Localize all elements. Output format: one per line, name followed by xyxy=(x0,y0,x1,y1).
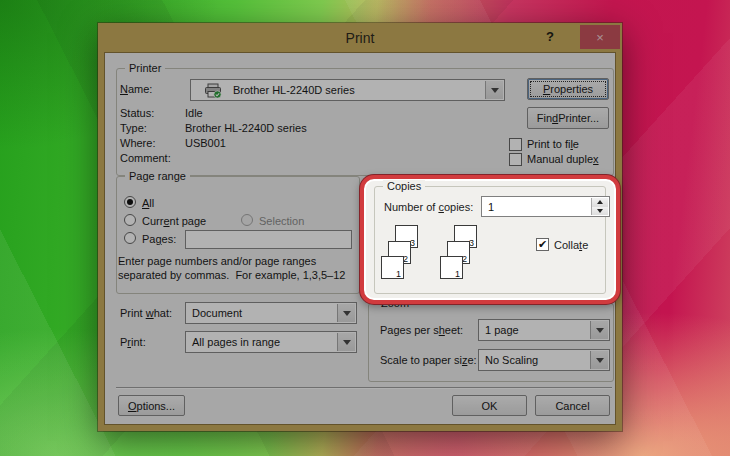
print-to-file-checkbox[interactable] xyxy=(509,138,522,151)
printer-group-label: Printer xyxy=(125,62,165,74)
print-range-combobox[interactable]: All pages in range xyxy=(185,331,357,353)
options-button[interactable]: Options... xyxy=(118,395,185,416)
page-range-hint-line2: separated by commas. For example, 1,3,5–… xyxy=(118,268,345,282)
print-what-label: Print what: xyxy=(120,307,172,319)
close-icon[interactable]: × xyxy=(580,25,620,49)
pages-per-sheet-combobox[interactable]: 1 page xyxy=(478,319,610,341)
printer-name-label: Name: xyxy=(120,83,152,95)
pages-radio[interactable] xyxy=(124,232,136,244)
selection-radio-label: Selection xyxy=(259,215,304,227)
find-printer-button[interactable]: Find Printer... xyxy=(527,107,609,129)
pages-per-sheet-label: Pages per sheet: xyxy=(380,324,463,336)
chevron-down-icon[interactable] xyxy=(337,333,355,351)
all-radio[interactable] xyxy=(124,196,136,208)
title-bar[interactable]: Print ? × xyxy=(98,23,622,53)
printer-name-combobox[interactable]: Brother HL-2240D series xyxy=(190,79,505,101)
page-range-group-label: Page range xyxy=(125,170,190,182)
pages-radio-label[interactable]: Pages: xyxy=(142,233,176,245)
print-what-value: Document xyxy=(192,303,242,323)
collate-sheet-number: 1 xyxy=(396,269,401,279)
chevron-down-icon[interactable] xyxy=(590,321,608,339)
copies-highlight-callout: Copies Number of copies: 1 3 2 1 xyxy=(360,175,620,304)
number-of-copies-value: 1 xyxy=(488,197,494,216)
print-what-combobox[interactable]: Document xyxy=(185,302,357,324)
spin-down-icon[interactable] xyxy=(592,207,608,216)
type-value: Brother HL-2240D series xyxy=(185,122,307,134)
printer-name-value: Brother HL-2240D series xyxy=(233,80,355,100)
current-page-radio-label[interactable]: Current page xyxy=(142,215,206,227)
copies-group-label: Copies xyxy=(383,180,425,192)
print-dialog: Print ? × Printer Name: xyxy=(98,23,622,431)
page-range-hint-line1: Enter page numbers and/or page ranges xyxy=(118,254,316,268)
desktop-background: Print ? × Printer Name: xyxy=(0,0,730,456)
manual-duplex-checkbox[interactable] xyxy=(509,153,522,166)
type-label: Type: xyxy=(120,122,147,134)
comment-label: Comment: xyxy=(120,152,171,164)
cancel-button[interactable]: Cancel xyxy=(535,395,610,416)
chevron-down-icon[interactable] xyxy=(337,304,355,322)
collate-sheet: 1 xyxy=(381,256,404,279)
status-value: Idle xyxy=(185,107,203,119)
status-label: Status: xyxy=(120,107,154,119)
collate-sheet: 1 xyxy=(440,256,463,279)
print-range-label: Print: xyxy=(120,336,146,348)
print-range-value: All pages in range xyxy=(192,332,280,352)
all-radio-label[interactable]: All xyxy=(142,197,154,209)
collate-sheet-number: 1 xyxy=(455,269,460,279)
chevron-down-icon[interactable] xyxy=(485,81,503,99)
pages-input[interactable] xyxy=(185,230,352,249)
manual-duplex-label[interactable]: Manual duplex xyxy=(527,153,599,165)
scale-to-paper-size-value: No Scaling xyxy=(485,350,538,370)
pages-per-sheet-value: 1 page xyxy=(485,320,519,340)
print-to-file-label[interactable]: Print to file xyxy=(527,138,579,150)
chevron-down-icon[interactable] xyxy=(590,351,608,369)
help-icon[interactable]: ? xyxy=(540,29,560,47)
scale-to-paper-size-combobox[interactable]: No Scaling xyxy=(478,349,610,371)
collate-checkbox[interactable]: ✔ xyxy=(536,238,549,251)
footer-divider xyxy=(116,387,612,389)
number-of-copies-stepper[interactable]: 1 xyxy=(481,196,610,217)
properties-button[interactable]: Properties xyxy=(527,78,609,100)
selection-radio xyxy=(241,214,253,226)
printer-icon xyxy=(203,83,223,103)
number-of-copies-label: Number of copies: xyxy=(384,201,473,213)
scale-to-paper-size-label: Scale to paper size: xyxy=(380,354,477,366)
where-value: USB001 xyxy=(185,137,226,149)
where-label: Where: xyxy=(120,137,155,149)
collate-checkbox-label[interactable]: Collate xyxy=(554,239,588,251)
current-page-radio[interactable] xyxy=(124,214,136,226)
ok-button[interactable]: OK xyxy=(452,395,527,416)
